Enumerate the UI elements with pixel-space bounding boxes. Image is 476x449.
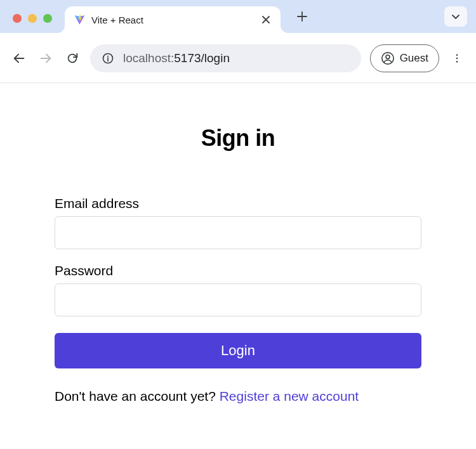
chevron-down-icon	[451, 12, 460, 21]
plus-icon	[297, 11, 307, 22]
page-content: Sign in Email address Password Login Don…	[0, 83, 476, 404]
browser-tab[interactable]: Vite + React	[65, 6, 281, 33]
password-field[interactable]	[55, 283, 421, 316]
page-title: Sign in	[55, 125, 421, 152]
reload-icon	[65, 51, 79, 65]
svg-point-5	[456, 57, 458, 59]
browser-chrome: Vite + React localhost:5173/login	[0, 0, 476, 83]
address-bar[interactable]: localhost:5173/login	[90, 44, 361, 72]
tab-title: Vite + React	[91, 15, 254, 25]
svg-point-1	[107, 55, 109, 56]
browser-toolbar: localhost:5173/login Guest	[0, 33, 476, 83]
user-circle-icon	[381, 51, 395, 65]
password-group: Password	[55, 263, 421, 316]
nav-back-button[interactable]	[10, 49, 28, 67]
register-link[interactable]: Register a new account	[220, 389, 359, 403]
kebab-icon	[451, 53, 463, 64]
url-text: localhost:5173/login	[123, 51, 230, 65]
profile-chip[interactable]: Guest	[370, 44, 439, 72]
info-icon	[102, 52, 114, 65]
email-label: Email address	[55, 196, 421, 211]
tab-close-button[interactable]	[260, 14, 272, 25]
nav-forward-button[interactable]	[37, 49, 55, 67]
nav-reload-button[interactable]	[63, 49, 81, 67]
profile-label: Guest	[400, 52, 428, 65]
register-prompt: Don't have an account yet?	[55, 389, 220, 403]
url-path: 5173/login	[174, 51, 230, 65]
svg-point-6	[456, 60, 458, 62]
password-label: Password	[55, 263, 421, 278]
window-controls	[0, 14, 65, 33]
svg-point-3	[386, 55, 390, 58]
site-info-button[interactable]	[102, 52, 114, 65]
tab-strip: Vite + React	[0, 0, 476, 33]
browser-menu-button[interactable]	[448, 49, 466, 67]
email-group: Email address	[55, 196, 421, 249]
vite-favicon-icon	[74, 14, 85, 25]
svg-point-4	[456, 54, 458, 56]
window-dropdown-button[interactable]	[444, 6, 467, 27]
login-button[interactable]: Login	[55, 333, 421, 368]
new-tab-button[interactable]	[293, 8, 311, 25]
close-icon	[261, 15, 270, 24]
window-maximize-button[interactable]	[43, 14, 52, 23]
url-host: localhost:	[123, 51, 174, 65]
email-field[interactable]	[55, 216, 421, 249]
arrow-left-icon	[12, 51, 26, 65]
arrow-right-icon	[39, 51, 53, 65]
window-minimize-button[interactable]	[28, 14, 37, 23]
window-close-button[interactable]	[13, 14, 22, 23]
register-row: Don't have an account yet? Register a ne…	[55, 389, 421, 404]
